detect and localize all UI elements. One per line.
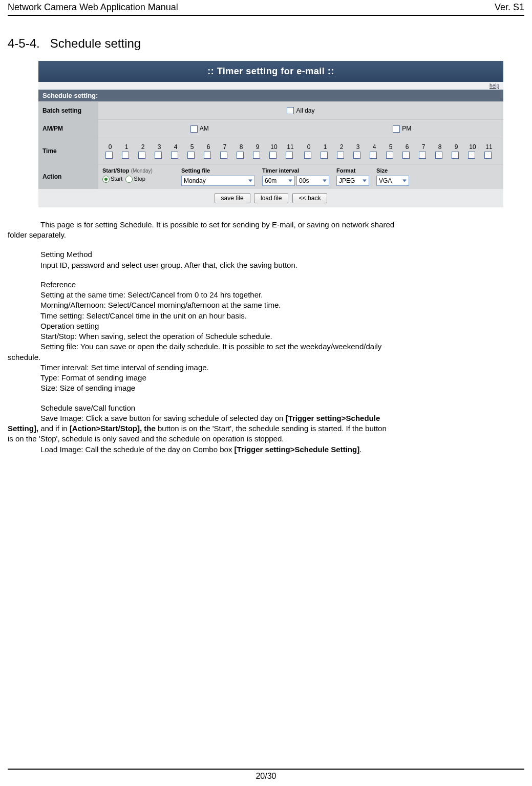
hour-number: 10 [469, 143, 476, 151]
hour-number: 5 [389, 143, 393, 151]
stop-radio[interactable] [125, 176, 133, 183]
hour-column: 2 [135, 143, 151, 159]
hour-number: 2 [141, 143, 145, 151]
load-file-button[interactable]: load file [254, 193, 288, 203]
hour-checkbox[interactable] [269, 152, 276, 159]
size-select[interactable]: VGA [376, 176, 409, 186]
hour-column: 8 [432, 143, 448, 159]
hour-number: 8 [240, 143, 243, 151]
page-footer: 20/30 [8, 769, 524, 781]
hour-number: 11 [287, 143, 293, 151]
hour-checkbox[interactable] [386, 152, 393, 159]
hour-checkbox[interactable] [253, 152, 260, 159]
section-heading: 4-5-4. Schedule setting [8, 36, 524, 51]
hour-checkbox[interactable] [138, 152, 145, 159]
hour-number: 8 [438, 143, 442, 151]
hour-column: 8 [233, 143, 249, 159]
hour-number: 0 [109, 143, 112, 151]
hour-checkbox[interactable] [286, 152, 293, 159]
hour-checkbox[interactable] [105, 152, 113, 159]
hour-grid-pm: 01234567891011 [301, 141, 497, 161]
hour-column: 3 [350, 143, 366, 159]
hour-number: 4 [174, 143, 178, 151]
header-left: Network Camera Web Application Manual [8, 2, 178, 13]
hour-checkbox[interactable] [435, 152, 442, 159]
hour-number: 2 [340, 143, 344, 151]
hour-column: 7 [416, 143, 431, 159]
row-label-action: Action [38, 164, 98, 189]
hour-checkbox[interactable] [337, 152, 344, 159]
hour-checkbox[interactable] [402, 152, 410, 159]
hour-column: 9 [250, 143, 265, 159]
hour-column: 1 [119, 143, 134, 159]
hour-column: 11 [283, 143, 298, 159]
hour-number: 7 [422, 143, 425, 151]
hour-grid-am: 01234567891011 [102, 141, 298, 161]
embedded-screenshot: :: Timer setting for e-mail :: help Sche… [38, 61, 503, 207]
start-radio[interactable] [102, 176, 110, 183]
allday-checkbox[interactable] [287, 107, 294, 114]
format-select[interactable]: JPEG [336, 176, 369, 186]
back-button[interactable]: << back [292, 193, 328, 203]
hour-column: 10 [266, 143, 282, 159]
am-label: AM [200, 125, 209, 132]
hour-checkbox[interactable] [484, 152, 492, 159]
hour-column: 5 [184, 143, 200, 159]
hour-column: 2 [334, 143, 349, 159]
allday-label: All day [296, 107, 314, 114]
hour-number: 1 [125, 143, 129, 151]
hour-column: 6 [201, 143, 216, 159]
hour-column: 9 [449, 143, 464, 159]
hour-number: 4 [373, 143, 376, 151]
row-label-ampm: AM/PM [38, 120, 98, 138]
schedule-section-header: Schedule setting: [38, 90, 503, 101]
hour-number: 10 [270, 143, 277, 151]
body-text: This page is for setting Schedule. It is… [8, 220, 524, 455]
hour-checkbox[interactable] [187, 152, 195, 159]
hour-checkbox[interactable] [204, 152, 211, 159]
hour-number: 3 [158, 143, 161, 151]
hour-column: 6 [399, 143, 415, 159]
setting-file-select[interactable]: Monday [181, 176, 255, 186]
page-header: Network Camera Web Application Manual Ve… [8, 0, 524, 16]
am-checkbox[interactable] [190, 125, 198, 133]
hour-checkbox[interactable] [353, 152, 360, 159]
hour-number: 11 [485, 143, 492, 151]
hour-number: 5 [190, 143, 194, 151]
hour-column: 3 [152, 143, 167, 159]
hour-number: 9 [256, 143, 260, 151]
hour-checkbox[interactable] [419, 152, 426, 159]
hour-number: 9 [455, 143, 458, 151]
panel-title: :: Timer setting for e-mail :: [38, 61, 503, 82]
hour-checkbox[interactable] [304, 152, 311, 159]
hour-checkbox[interactable] [452, 152, 459, 159]
hour-checkbox[interactable] [321, 152, 328, 159]
hour-column: 5 [383, 143, 398, 159]
hour-checkbox[interactable] [237, 152, 244, 159]
hour-checkbox[interactable] [220, 152, 227, 159]
help-link[interactable]: help [490, 83, 499, 89]
hour-checkbox[interactable] [155, 152, 162, 159]
pm-label: PM [402, 125, 411, 132]
pm-checkbox[interactable] [393, 125, 400, 133]
hour-number: 1 [324, 143, 327, 151]
row-label-time: Time [38, 138, 98, 164]
hour-column: 4 [367, 143, 382, 159]
hour-checkbox[interactable] [171, 152, 178, 159]
hour-number: 7 [223, 143, 227, 151]
hour-column: 0 [102, 143, 118, 159]
hour-number: 0 [307, 143, 311, 151]
hour-column: 1 [317, 143, 333, 159]
hour-column: 0 [301, 143, 316, 159]
hour-checkbox[interactable] [468, 152, 475, 159]
timer-sec-select[interactable]: 00s [296, 176, 329, 186]
hour-column: 7 [217, 143, 232, 159]
hour-checkbox[interactable] [370, 152, 377, 159]
hour-checkbox[interactable] [122, 152, 129, 159]
timer-min-select[interactable]: 60m [262, 176, 295, 186]
hour-column: 11 [481, 143, 497, 159]
hour-column: 4 [168, 143, 183, 159]
hour-number: 3 [356, 143, 360, 151]
save-file-button[interactable]: save file [215, 193, 250, 203]
row-label-batch: Batch setting [38, 102, 98, 119]
